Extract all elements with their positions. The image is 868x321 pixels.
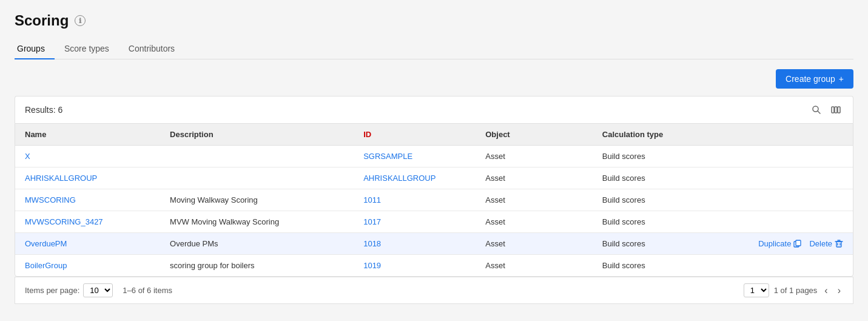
id-link[interactable]: 1017	[363, 217, 381, 226]
delete-button[interactable]: Delete	[809, 239, 843, 248]
per-page-select[interactable]: 10 25 50	[83, 283, 113, 297]
tabs-bar: Groups Score types Contributors	[15, 39, 853, 59]
duplicate-icon	[793, 240, 802, 248]
cell-actions	[749, 255, 853, 277]
cell-name: BoilerGroup	[15, 255, 160, 277]
name-link[interactable]: X	[25, 152, 30, 161]
tab-contributors[interactable]: Contributors	[119, 39, 184, 59]
name-link[interactable]: AHRISKALLGROUP	[25, 174, 97, 183]
cell-object: Asset	[476, 211, 593, 233]
name-link[interactable]: MWSCORING	[25, 195, 76, 204]
cell-id: SGRSAMPLE	[354, 146, 476, 167]
name-link[interactable]: BoilerGroup	[25, 261, 67, 270]
cell-actions	[749, 167, 853, 189]
svg-line-1	[818, 111, 820, 113]
cell-description: Overdue PMs	[160, 233, 354, 255]
cell-object: Asset	[476, 255, 593, 277]
page-select[interactable]: 1	[744, 283, 769, 297]
cell-id: 1011	[354, 189, 476, 211]
delete-icon	[835, 240, 843, 248]
cell-actions	[749, 211, 853, 233]
table-row: MVWSCORING_3427 MVW Moving Walkway Scori…	[15, 211, 853, 233]
svg-rect-7	[836, 242, 841, 247]
cell-name: X	[15, 146, 160, 167]
pagination-bar: Items per page: 10 25 50 1–6 of 6 items …	[15, 277, 853, 304]
name-link[interactable]: MVWSCORING_3427	[25, 217, 103, 226]
id-link[interactable]: SGRSAMPLE	[363, 152, 412, 161]
items-per-page-label: Items per page:	[25, 286, 79, 295]
page-header: Scoring ℹ	[15, 12, 853, 29]
id-link[interactable]: 1019	[363, 261, 381, 270]
table-row: BoilerGroup scoring group for boilers 10…	[15, 255, 853, 277]
cell-calc-type: Build scores	[593, 233, 749, 255]
plus-icon: +	[839, 74, 844, 84]
pagination-right: 1 1 of 1 pages ‹ ›	[744, 283, 843, 297]
svg-rect-3	[835, 107, 837, 113]
tab-groups[interactable]: Groups	[15, 39, 55, 59]
col-header-object: Object	[476, 124, 593, 146]
toolbar: Create group +	[15, 69, 853, 89]
page-title: Scoring	[15, 12, 69, 29]
cell-actions	[749, 189, 853, 211]
cell-object: Asset	[476, 233, 593, 255]
next-page-button[interactable]: ›	[835, 284, 843, 297]
duplicate-label: Duplicate	[758, 239, 791, 248]
cell-actions: Duplicate Delete	[749, 233, 853, 255]
name-link[interactable]: OverduePM	[25, 239, 67, 248]
cell-calc-type: Build scores	[593, 189, 749, 211]
svg-rect-4	[838, 107, 840, 113]
results-count: Results: 6	[25, 105, 62, 115]
cell-id: AHRISKALLGROUP	[354, 167, 476, 189]
svg-rect-6	[796, 240, 801, 246]
cell-description: MVW Moving Walkway Scoring	[160, 211, 354, 233]
cell-calc-type: Build scores	[593, 146, 749, 167]
table-row: MWSCORING Moving Walkway Scoring 1011 As…	[15, 189, 853, 211]
duplicate-button[interactable]: Duplicate	[758, 239, 802, 248]
col-header-name: Name	[15, 124, 160, 146]
cell-id: 1017	[354, 211, 476, 233]
search-button[interactable]	[809, 103, 824, 117]
cell-description: Moving Walkway Scoring	[160, 189, 354, 211]
table-container: Name Description ID Object Calculation t…	[15, 123, 853, 277]
columns-button[interactable]	[829, 103, 843, 117]
delete-label: Delete	[809, 239, 832, 248]
columns-icon	[831, 105, 841, 115]
page-container: Scoring ℹ Groups Score types Contributor…	[0, 0, 868, 321]
data-table: Name Description ID Object Calculation t…	[15, 124, 853, 276]
cell-calc-type: Build scores	[593, 211, 749, 233]
cell-name: MWSCORING	[15, 189, 160, 211]
table-row: OverduePM Overdue PMs 1018 Asset Build s…	[15, 233, 853, 255]
table-row: AHRISKALLGROUP AHRISKALLGROUP Asset Buil…	[15, 167, 853, 189]
results-bar: Results: 6	[15, 96, 853, 123]
items-count: 1–6 of 6 items	[123, 286, 172, 295]
row-actions: Duplicate Delete	[758, 239, 843, 248]
tab-score-types[interactable]: Score types	[55, 39, 119, 59]
prev-page-button[interactable]: ‹	[822, 284, 830, 297]
col-header-description: Description	[160, 124, 354, 146]
cell-name: AHRISKALLGROUP	[15, 167, 160, 189]
cell-description	[160, 167, 354, 189]
info-icon[interactable]: ℹ	[75, 15, 86, 26]
table-row: X SGRSAMPLE Asset Build scores	[15, 146, 853, 167]
cell-object: Asset	[476, 189, 593, 211]
cell-id: 1019	[354, 255, 476, 277]
col-header-actions	[749, 124, 853, 146]
cell-description: scoring group for boilers	[160, 255, 354, 277]
id-link[interactable]: AHRISKALLGROUP	[363, 174, 436, 183]
cell-object: Asset	[476, 146, 593, 167]
cell-name: MVWSCORING_3427	[15, 211, 160, 233]
cell-calc-type: Build scores	[593, 255, 749, 277]
search-icon	[812, 105, 821, 115]
id-link[interactable]: 1011	[363, 195, 381, 204]
cell-calc-type: Build scores	[593, 167, 749, 189]
page-info: 1 of 1 pages	[774, 286, 818, 295]
create-group-button[interactable]: Create group +	[776, 69, 853, 89]
cell-name: OverduePM	[15, 233, 160, 255]
cell-id: 1018	[354, 233, 476, 255]
cell-object: Asset	[476, 167, 593, 189]
cell-description	[160, 146, 354, 167]
create-group-label: Create group	[786, 74, 835, 84]
id-link[interactable]: 1018	[363, 239, 381, 248]
table-header-row: Name Description ID Object Calculation t…	[15, 124, 853, 146]
items-per-page: Items per page: 10 25 50	[25, 283, 113, 297]
